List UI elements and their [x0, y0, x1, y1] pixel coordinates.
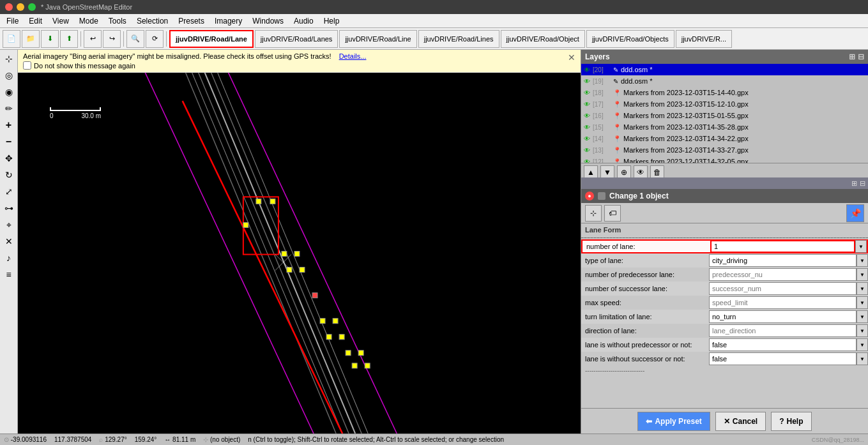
- preset-tab-r[interactable]: jjuvDRIVE/R...: [676, 30, 732, 48]
- turn-dropdown[interactable]: ▼: [857, 310, 868, 323]
- node-tool[interactable]: ◉: [1, 84, 17, 100]
- split-tool[interactable]: ⌖: [1, 217, 17, 232]
- way-tool[interactable]: ✏: [1, 101, 17, 116]
- undo-btn[interactable]: ↩: [84, 30, 102, 48]
- layer-item-20[interactable]: 👁 [20] ✎ ddd.osm *: [581, 64, 868, 75]
- direction-input[interactable]: [709, 324, 857, 337]
- minimize-button[interactable]: [17, 3, 24, 11]
- menu-windows[interactable]: Windows: [247, 15, 289, 27]
- successor-dropdown[interactable]: ▼: [857, 282, 868, 295]
- layers-expand-icon[interactable]: ⊞: [849, 52, 855, 61]
- window-controls[interactable]: [5, 3, 36, 11]
- close-button[interactable]: [5, 3, 13, 11]
- svg-rect-14: [282, 252, 287, 257]
- lasso-tool[interactable]: ◎: [1, 68, 17, 83]
- svg-rect-21: [326, 335, 331, 340]
- preset-tab-object[interactable]: jjuvDRIVE/Road/Object: [501, 30, 585, 48]
- apply-preset-button[interactable]: ⬅ Apply Preset: [637, 412, 710, 431]
- pin-button[interactable]: 📌: [846, 204, 864, 222]
- rotate-tool[interactable]: ↻: [1, 167, 17, 183]
- notification-checkbox-area[interactable]: Do not show this message again: [23, 61, 563, 70]
- field-value-predecessor: ▼: [709, 268, 868, 281]
- layer-name-17: Markers from 2023-12-03T15-12-10.gpx: [623, 100, 749, 108]
- move-tool[interactable]: ✥: [1, 151, 17, 166]
- lane-type-input[interactable]: [709, 254, 857, 267]
- download-btn[interactable]: ⬇: [41, 30, 59, 48]
- field-label-no-predecessor: lane is without predecessor or not:: [581, 341, 709, 349]
- menu-tools[interactable]: Tools: [103, 15, 132, 27]
- no-successor-input[interactable]: [709, 352, 857, 365]
- status-lat: ⊙ -39.0093116: [4, 436, 47, 443]
- preset-tab-lanes[interactable]: jjuvDRIVE/Road/Lanes: [255, 30, 339, 48]
- layer-item-16[interactable]: 👁 [16] 📍 Markers from 2023-12-03T15-01-5…: [581, 110, 868, 121]
- preset-tab-line[interactable]: jjuvDRIVE/Road/Line: [339, 30, 416, 48]
- no-predecessor-dropdown[interactable]: ▼: [857, 338, 868, 351]
- notification-bar: Aerial imagery "Bing aerial imagery" mig…: [18, 50, 581, 73]
- map-area[interactable]: Aerial imagery "Bing aerial imagery" mig…: [18, 50, 581, 434]
- redo-btn[interactable]: ↪: [103, 30, 121, 48]
- preset-tab-lines[interactable]: jjuvDRIVE/Road/Lines: [418, 30, 499, 48]
- max-speed-dropdown[interactable]: ▼: [857, 296, 868, 309]
- no-predecessor-input[interactable]: [709, 338, 857, 351]
- zoom-out-tool[interactable]: −: [1, 134, 17, 149]
- no-successor-dropdown[interactable]: ▼: [857, 352, 868, 365]
- menu-view[interactable]: View: [47, 15, 74, 27]
- successor-input[interactable]: [709, 282, 857, 295]
- select-tool[interactable]: ⊹: [1, 51, 17, 66]
- layers-header-icons: ⊞ ⊟: [849, 52, 864, 61]
- delete-tool[interactable]: ✕: [1, 234, 17, 249]
- menu-presets[interactable]: Presets: [173, 15, 209, 27]
- cancel-label: Cancel: [733, 417, 758, 426]
- menu-mode[interactable]: Mode: [74, 15, 103, 27]
- notification-close-btn[interactable]: ✕: [568, 52, 575, 63]
- map-svg[interactable]: [18, 50, 581, 434]
- layer-item-17[interactable]: 👁 [17] 📍 Markers from 2023-12-03T15-12-1…: [581, 98, 868, 110]
- props-select-btn[interactable]: ⊹: [585, 205, 602, 222]
- new-btn[interactable]: 📄: [3, 30, 20, 48]
- layer-item-13[interactable]: 👁 [13] 📍 Markers from 2023-12-03T14-33-2…: [581, 144, 868, 156]
- status-lon-val: 117.3787504: [54, 436, 91, 443]
- menu-audio[interactable]: Audio: [289, 15, 319, 27]
- upload-btn[interactable]: ⬆: [60, 30, 78, 48]
- menu-imagery[interactable]: Imagery: [209, 15, 247, 27]
- notification-checkbox[interactable]: [23, 61, 31, 70]
- layer-num-16: [16]: [593, 112, 611, 119]
- cancel-button[interactable]: ✕ Cancel: [715, 412, 766, 431]
- preset-tab-objects[interactable]: jjuvDRIVE/Road/Objects: [586, 30, 674, 48]
- layer-item-12[interactable]: 👁 [12] 📍 Markers from 2023-12-03T14-32-0…: [581, 156, 868, 163]
- predecessor-dropdown[interactable]: ▼: [857, 268, 868, 281]
- menu-edit[interactable]: Edit: [24, 15, 47, 27]
- layer-item-18[interactable]: 👁 [18] 📍 Markers from 2023-12-03T15-14-4…: [581, 87, 868, 98]
- audio-tool[interactable]: ♪: [1, 250, 17, 266]
- props-tag-btn[interactable]: 🏷: [604, 205, 621, 222]
- zoom-in-tool[interactable]: +: [1, 117, 17, 133]
- lane-number-input[interactable]: [710, 240, 855, 253]
- connect-tool[interactable]: ⊶: [1, 200, 17, 216]
- predecessor-input[interactable]: [709, 268, 857, 281]
- layer-item-14[interactable]: 👁 [14] 📍 Markers from 2023-12-03T14-34-2…: [581, 133, 868, 144]
- layer-item-19[interactable]: 👁 [19] ✎ ddd.osm *: [581, 75, 868, 87]
- help-button[interactable]: ? Help: [771, 412, 811, 431]
- props-expand-icon[interactable]: ⊞: [851, 179, 857, 188]
- layer-item-15[interactable]: 👁 [15] 📍 Markers from 2023-12-03T14-35-2…: [581, 121, 868, 133]
- props-collapse-icon[interactable]: ⊟: [860, 179, 865, 188]
- history-btn[interactable]: ⟳: [146, 30, 164, 48]
- max-speed-input[interactable]: [709, 296, 857, 309]
- layers-collapse-icon[interactable]: ⊟: [858, 52, 864, 61]
- turn-input[interactable]: [709, 310, 857, 323]
- search-btn[interactable]: 🔍: [126, 30, 144, 48]
- menu-help[interactable]: Help: [319, 15, 345, 27]
- open-btn[interactable]: 📁: [22, 30, 40, 48]
- layer-num-13: [13]: [593, 147, 611, 154]
- notification-details-link[interactable]: Details...: [339, 52, 367, 60]
- preset-tab-lane[interactable]: jjuvDRIVE/Road/Lane: [169, 30, 254, 48]
- lane-type-dropdown[interactable]: ▼: [857, 254, 868, 267]
- direction-dropdown[interactable]: ▼: [857, 324, 868, 337]
- layer-tool[interactable]: ≡: [1, 267, 17, 282]
- menu-file[interactable]: File: [1, 15, 24, 27]
- layer-eye-12: 👁: [584, 158, 590, 163]
- maximize-button[interactable]: [28, 3, 36, 11]
- scale-tool[interactable]: ⤢: [1, 184, 17, 199]
- menu-selection[interactable]: Selection: [132, 15, 173, 27]
- lane-number-dropdown[interactable]: ▼: [855, 240, 867, 253]
